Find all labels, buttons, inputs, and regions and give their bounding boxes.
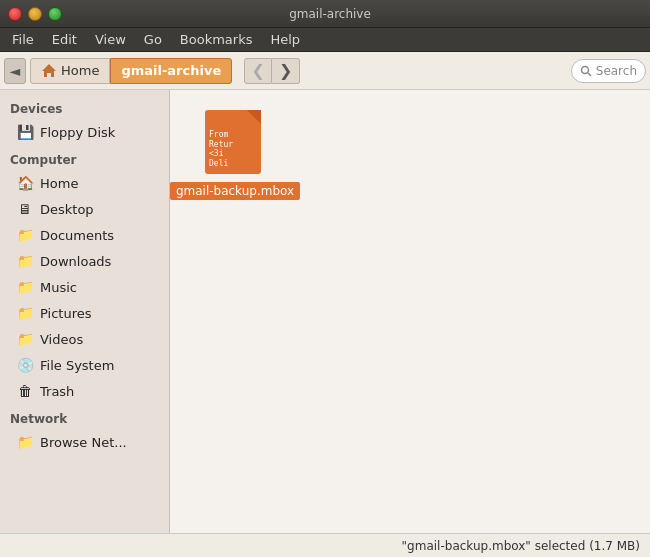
breadcrumb-current-folder[interactable]: gmail-archive xyxy=(110,58,232,84)
sidebar-item-pictures[interactable]: 📁Pictures xyxy=(0,300,169,326)
toolbar: ◄ Home gmail-archive ❮ ❯ Search xyxy=(0,52,650,90)
nav-buttons: ❮ ❯ xyxy=(244,58,300,84)
sidebar-section-devices: Devices xyxy=(0,94,169,119)
sidebar-item-browse-net[interactable]: 📁Browse Net... xyxy=(0,429,169,455)
sidebar-item-desktop[interactable]: 🖥Desktop xyxy=(0,196,169,222)
menu-file[interactable]: File xyxy=(4,30,42,49)
menu-bookmarks[interactable]: Bookmarks xyxy=(172,30,261,49)
file-label: gmail-backup.mbox xyxy=(170,182,300,200)
sidebar-item-home[interactable]: 🏠Home xyxy=(0,170,169,196)
search-label: Search xyxy=(596,64,637,78)
sidebar-item-floppy-disk[interactable]: 💾 Floppy Disk xyxy=(0,119,169,145)
sidebar-item-label: Floppy Disk xyxy=(40,125,115,140)
desktop-icon: 🖥 xyxy=(16,200,34,218)
nav-forward-button[interactable]: ❯ xyxy=(272,58,300,84)
menu-help[interactable]: Help xyxy=(262,30,308,49)
file-area: From Retur <3i Deli gmail-backup.mbox xyxy=(170,90,650,533)
sidebar-item-downloads[interactable]: 📁Downloads xyxy=(0,248,169,274)
sidebar: Devices 💾 Floppy Disk Computer 🏠Home 🖥De… xyxy=(0,90,170,533)
downloads-icon: 📁 xyxy=(16,252,34,270)
sidebar-item-music[interactable]: 📁Music xyxy=(0,274,169,300)
breadcrumb: Home gmail-archive xyxy=(30,58,232,84)
file-item-mbox[interactable]: From Retur <3i Deli gmail-backup.mbox xyxy=(190,110,280,200)
sidebar-item-filesystem[interactable]: 💿File System xyxy=(0,352,169,378)
nav-back-button[interactable]: ❮ xyxy=(244,58,272,84)
main-area: Devices 💾 Floppy Disk Computer 🏠Home 🖥De… xyxy=(0,90,650,533)
sidebar-item-videos[interactable]: 📁Videos xyxy=(0,326,169,352)
sidebar-item-trash[interactable]: 🗑Trash xyxy=(0,378,169,404)
statusbar: "gmail-backup.mbox" selected (1.7 MB) xyxy=(0,533,650,557)
sidebar-item-documents[interactable]: 📁Documents xyxy=(0,222,169,248)
pictures-icon: 📁 xyxy=(16,304,34,322)
floppy-disk-icon: 💾 xyxy=(16,123,34,141)
menu-go[interactable]: Go xyxy=(136,30,170,49)
documents-icon: 📁 xyxy=(16,226,34,244)
home-icon: 🏠 xyxy=(16,174,34,192)
menubar: File Edit View Go Bookmarks Help xyxy=(0,28,650,52)
trash-icon: 🗑 xyxy=(16,382,34,400)
music-icon: 📁 xyxy=(16,278,34,296)
filesystem-icon: 💿 xyxy=(16,356,34,374)
sidebar-section-computer: Computer xyxy=(0,145,169,170)
titlebar: gmail-archive xyxy=(0,0,650,28)
status-text: "gmail-backup.mbox" selected (1.7 MB) xyxy=(402,539,640,553)
breadcrumb-home-label: Home xyxy=(61,63,99,78)
file-icon-text: From Retur <3i Deli xyxy=(209,130,257,168)
breadcrumb-home[interactable]: Home xyxy=(30,58,110,84)
network-icon: 📁 xyxy=(16,433,34,451)
window-title: gmail-archive xyxy=(18,7,642,21)
videos-icon: 📁 xyxy=(16,330,34,348)
svg-point-0 xyxy=(581,66,588,73)
home-icon xyxy=(41,63,57,79)
menu-edit[interactable]: Edit xyxy=(44,30,85,49)
sidebar-section-network: Network xyxy=(0,404,169,429)
back-button[interactable]: ◄ xyxy=(4,58,26,84)
search-box[interactable]: Search xyxy=(571,59,646,83)
file-icon-container: From Retur <3i Deli xyxy=(205,110,265,178)
svg-line-1 xyxy=(588,73,591,76)
menu-view[interactable]: View xyxy=(87,30,134,49)
file-icon: From Retur <3i Deli xyxy=(205,110,261,174)
search-icon xyxy=(580,65,592,77)
